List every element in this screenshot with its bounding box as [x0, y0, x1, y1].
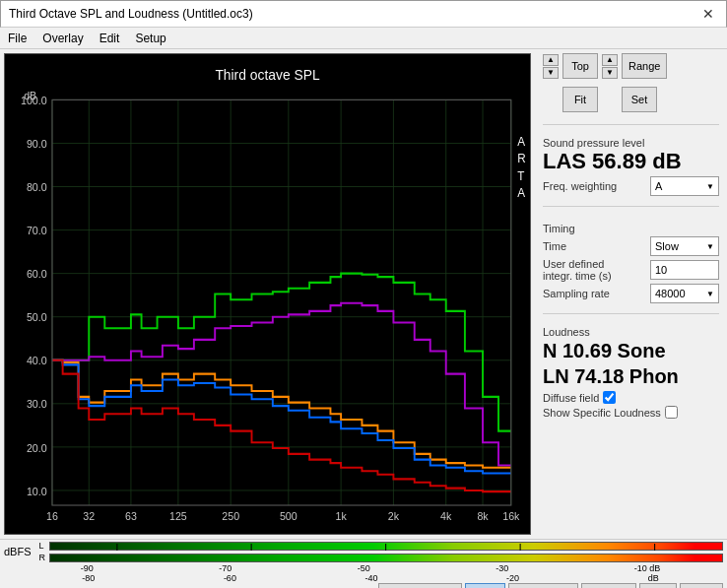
range-up-arrow[interactable]: ▲: [602, 54, 618, 66]
meter-container: L | | | | | R: [39, 541, 723, 563]
r-label: R: [39, 553, 47, 562]
close-button[interactable]: ✕: [698, 4, 718, 24]
svg-text:60.0: 60.0: [27, 268, 47, 280]
record-reset-button[interactable]: Record/Reset: [378, 583, 462, 588]
loudness-section: Loudness N 10.69 Sone LN 74.18 Phon Diff…: [543, 322, 719, 421]
time-dropdown[interactable]: Slow ▼: [650, 236, 719, 256]
menu-setup[interactable]: Setup: [135, 32, 165, 45]
main-content: Third octave SPL dB A R T A 100.0: [0, 49, 727, 539]
freq-weighting-value: A: [655, 180, 662, 192]
freq-weighting-row: Freq. weighting A ▼: [543, 176, 719, 196]
tick-r-80: -80: [82, 573, 95, 583]
tick-r-20: -20: [506, 573, 519, 583]
svg-text:T: T: [517, 168, 525, 183]
range-button[interactable]: Range: [622, 53, 667, 79]
svg-text:16k: 16k: [502, 510, 520, 522]
freq-weighting-arrow: ▼: [706, 182, 714, 191]
range-down-arrow[interactable]: ▼: [602, 67, 618, 79]
stop-button[interactable]: Stop: [465, 583, 505, 588]
meter-r-bar: [49, 554, 723, 562]
pink-noise-button[interactable]: Pink Noise: [508, 583, 578, 588]
tick-r-60: -60: [224, 573, 236, 583]
time-value: Slow: [655, 240, 679, 252]
copy-button[interactable]: Copy: [680, 583, 723, 588]
time-label: Time: [543, 240, 566, 252]
meter-l-row: L | | | | |: [39, 541, 723, 552]
top-button[interactable]: Top: [562, 53, 598, 79]
svg-text:32: 32: [83, 510, 95, 522]
svg-text:70.0: 70.0: [27, 225, 47, 236]
title-bar: Third Octave SPL and Loudness (Untitled.…: [0, 0, 727, 28]
top-up-arrow[interactable]: ▲: [543, 54, 559, 66]
user-defined-input[interactable]: [650, 260, 719, 280]
svg-text:500: 500: [280, 510, 297, 522]
spl-section-label: Sound pressure level: [543, 137, 719, 149]
tick-labels-l: -90 -70 -50 -30 -10 dB: [18, 563, 723, 573]
tick-labels-row-2: -80 -60 -40 -20 dB: [0, 573, 727, 583]
timing-label: Timing: [543, 223, 719, 234]
set-button[interactable]: Set: [622, 87, 657, 112]
menu-overlay[interactable]: Overlay: [42, 32, 83, 45]
sampling-rate-label: Sampling rate: [543, 288, 610, 299]
svg-text:R: R: [517, 152, 526, 166]
diffuse-field-checkbox[interactable]: [603, 391, 616, 404]
show-specific-row: Show Specific Loudness: [543, 406, 719, 419]
show-specific-label: Show Specific Loudness: [543, 407, 661, 419]
svg-text:20.0: 20.0: [27, 441, 47, 453]
bw-button[interactable]: B/W: [639, 583, 678, 588]
svg-text:10.0: 10.0: [27, 485, 47, 496]
sampling-rate-row: Sampling rate 48000 ▼: [543, 284, 719, 303]
user-defined-sub: integr. time (s): [543, 270, 612, 282]
overlay-button[interactable]: Overlay: [581, 583, 636, 588]
ln-value: LN 74.18 Phon: [543, 363, 719, 389]
diffuse-field-row: Diffuse field: [543, 391, 719, 404]
user-defined-label-group: User defined integr. time (s): [543, 258, 612, 282]
svg-text:40.0: 40.0: [27, 355, 47, 366]
dbfs-label: dBFS: [4, 546, 32, 557]
user-defined-row: User defined integr. time (s): [543, 258, 719, 282]
n-value: N 10.69 Sone: [543, 338, 719, 363]
svg-text:2k: 2k: [388, 510, 400, 522]
svg-text:4k: 4k: [440, 510, 452, 522]
l-label: L: [39, 541, 47, 551]
tick-l-50: -50: [358, 563, 370, 573]
chart-title: Third octave SPL: [215, 66, 319, 83]
diffuse-field-label: Diffuse field: [543, 392, 599, 404]
spl-value: LAS 56.89 dB: [543, 149, 719, 174]
fit-button[interactable]: Fit: [562, 87, 598, 112]
svg-text:30.0: 30.0: [27, 398, 47, 410]
tick-l-90: -90: [81, 563, 94, 573]
meter-r-row: R: [39, 553, 723, 563]
chart-area: Third octave SPL dB A R T A 100.0: [4, 53, 531, 535]
tick-l-30: -30: [496, 563, 508, 573]
show-specific-checkbox[interactable]: [665, 406, 678, 419]
loudness-label: Loudness: [543, 326, 719, 338]
time-row: Time Slow ▼: [543, 236, 719, 256]
top-controls: ▲ ▼ Top ▲ ▼ Range: [543, 53, 719, 79]
svg-text:A: A: [517, 134, 526, 149]
top-down-arrow[interactable]: ▼: [543, 67, 559, 79]
user-defined-label: User defined: [543, 258, 612, 270]
time-arrow: ▼: [706, 242, 714, 251]
svg-text:A: A: [517, 185, 526, 200]
svg-text:8k: 8k: [477, 510, 489, 522]
info-row: dBFS L | | | | | R: [0, 540, 727, 563]
window-title: Third Octave SPL and Loudness (Untitled.…: [9, 7, 253, 21]
menu-file[interactable]: File: [8, 32, 27, 45]
sampling-rate-value: 48000: [655, 288, 686, 299]
svg-text:1k: 1k: [335, 510, 347, 522]
svg-text:80.0: 80.0: [27, 181, 47, 193]
menu-edit[interactable]: Edit: [99, 32, 120, 45]
svg-text:63: 63: [125, 510, 137, 522]
tick-r-db: dB: [648, 573, 659, 583]
tick-labels-row: -90 -70 -50 -30 -10 dB: [0, 563, 727, 573]
svg-text:16: 16: [46, 510, 58, 522]
sampling-rate-dropdown[interactable]: 48000 ▼: [650, 284, 719, 303]
svg-text:250: 250: [222, 510, 239, 522]
chart-svg: Third octave SPL dB A R T A 100.0: [5, 54, 530, 534]
range-arrow-group: ▲ ▼: [602, 54, 618, 79]
spl-section: Sound pressure level LAS 56.89 dB Freq. …: [543, 133, 719, 198]
menu-bar: File Overlay Edit Setup: [0, 28, 727, 49]
svg-text:90.0: 90.0: [27, 138, 47, 150]
freq-weighting-dropdown[interactable]: A ▼: [650, 176, 719, 196]
